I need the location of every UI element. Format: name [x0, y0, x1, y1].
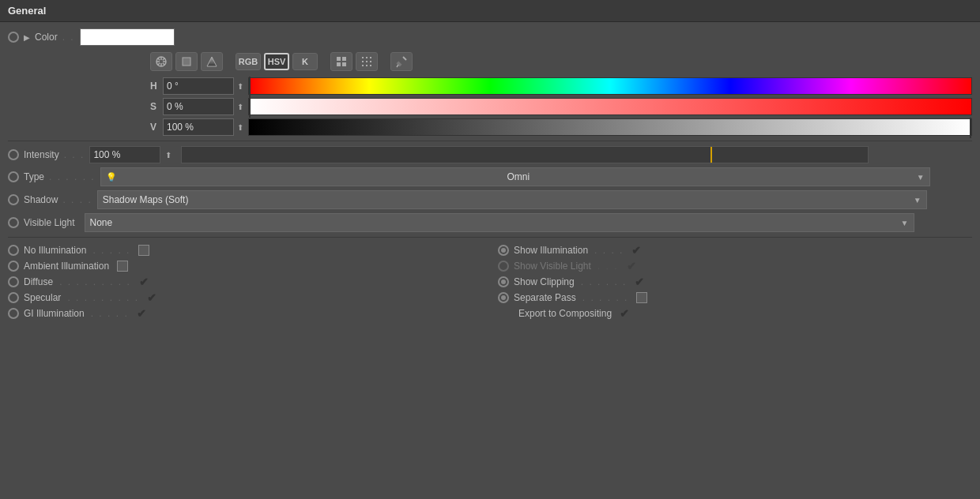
separate-pass-radio[interactable]: [498, 292, 509, 303]
show-illumination-check[interactable]: ✔: [631, 244, 641, 257]
export-compositing-label: Export to Compositing: [518, 308, 612, 319]
show-visible-light-check[interactable]: ✔: [627, 260, 636, 272]
svg-marker-10: [207, 57, 217, 66]
type-dropdown[interactable]: 💡 Omni ▼: [100, 167, 930, 186]
shadow-dropdown-arrow: ▼: [914, 196, 922, 204]
hsv-btn[interactable]: HSV: [264, 53, 289, 70]
svg-line-24: [403, 57, 406, 60]
type-dropdown-value: Omni: [507, 171, 530, 182]
svg-rect-21: [362, 65, 364, 66]
svg-rect-15: [362, 57, 364, 58]
val-cursor: [970, 118, 971, 138]
panel-title: General: [0, 0, 980, 22]
wheel-icon-btn[interactable]: [150, 52, 172, 71]
hue-cursor: [249, 77, 251, 97]
export-compositing-check[interactable]: ✔: [620, 307, 629, 320]
show-clipping-check[interactable]: ✔: [635, 276, 644, 288]
sat-cursor: [249, 97, 251, 118]
ambient-illumination-check[interactable]: [117, 261, 128, 272]
v-arrow[interactable]: ⬆: [237, 123, 248, 132]
separate-pass-check[interactable]: [636, 292, 647, 303]
icon-toolbar: RGB HSV K: [150, 52, 972, 71]
square-icon-btn[interactable]: [175, 52, 198, 71]
type-radio[interactable]: [8, 171, 19, 182]
diffuse-row: Diffuse . . . . . . . . . ✔: [8, 276, 482, 288]
show-illumination-label: Show Illumination: [514, 245, 588, 256]
svg-line-6: [163, 63, 165, 66]
visible-light-dropdown-arrow: ▼: [901, 219, 909, 227]
show-visible-light-radio[interactable]: [498, 261, 509, 272]
svg-line-26: [397, 65, 398, 67]
shadow-dropdown[interactable]: Shadow Maps (Soft) ▼: [97, 190, 927, 209]
v-label: V: [150, 122, 163, 133]
grid-icon-btn[interactable]: [330, 52, 352, 71]
diffuse-dots: . . . . . . . . .: [59, 276, 131, 287]
svg-line-7: [163, 58, 165, 61]
gradient-icon-btn[interactable]: [201, 52, 223, 71]
svg-rect-22: [366, 65, 368, 66]
specular-radio[interactable]: [8, 292, 19, 303]
svg-rect-16: [366, 57, 368, 58]
separate-pass-dots: . . . . . .: [582, 292, 629, 303]
intensity-input[interactable]: [89, 146, 160, 163]
svg-rect-9: [183, 58, 190, 66]
type-dropdown-icon: 💡: [106, 172, 117, 182]
diffuse-radio[interactable]: [8, 276, 19, 287]
show-clipping-label: Show Clipping: [514, 276, 575, 287]
color-radio[interactable]: [8, 32, 19, 43]
show-clipping-dots: . . . . . .: [581, 276, 628, 287]
color-expand-btn[interactable]: ▶: [24, 33, 30, 42]
s-input[interactable]: [163, 98, 234, 115]
sat-gradient[interactable]: [248, 98, 972, 115]
s-arrow[interactable]: ⬆: [237, 103, 248, 111]
rgb-btn[interactable]: RGB: [236, 53, 261, 70]
show-clipping-row: Show Clipping . . . . . . ✔: [498, 276, 972, 288]
no-illumination-label: No Illumination: [24, 245, 86, 256]
no-illumination-dots: . . . . .: [92, 245, 130, 256]
svg-rect-18: [362, 61, 364, 62]
h-arrow[interactable]: ⬆: [237, 82, 248, 91]
specular-dots: . . . . . . . . .: [67, 292, 139, 303]
shadow-dots: . . . .: [62, 194, 92, 205]
show-illumination-radio[interactable]: [498, 245, 509, 256]
gi-illumination-check[interactable]: ✔: [137, 307, 146, 320]
no-illumination-row: No Illumination . . . . .: [8, 244, 482, 257]
gi-illumination-radio[interactable]: [8, 308, 19, 319]
eyedropper-icon-btn[interactable]: [390, 52, 413, 71]
val-gradient[interactable]: [248, 118, 972, 136]
shadow-row: Shadow . . . . Shadow Maps (Soft) ▼: [8, 190, 972, 209]
no-illumination-check[interactable]: [138, 245, 149, 256]
specular-check[interactable]: ✔: [147, 291, 156, 304]
visible-light-value: None: [90, 217, 113, 228]
dots-icon-btn[interactable]: [356, 52, 378, 71]
color-label: Color: [35, 32, 58, 43]
v-input[interactable]: [163, 118, 234, 136]
shadow-label: Shadow: [24, 194, 58, 205]
ambient-illumination-radio[interactable]: [8, 261, 19, 272]
hue-gradient[interactable]: [248, 77, 972, 95]
show-visible-light-row: Show Visible Light . . . ✔: [498, 260, 972, 272]
k-btn[interactable]: K: [292, 53, 318, 70]
visible-light-row: Visible Light None ▼: [8, 213, 972, 232]
divider-1: [8, 141, 972, 141]
intensity-bar[interactable]: [181, 146, 869, 163]
export-compositing-row: Export to Compositing ✔: [498, 307, 972, 320]
svg-rect-23: [370, 65, 371, 66]
intensity-radio[interactable]: [8, 149, 19, 160]
diffuse-check[interactable]: ✔: [139, 276, 149, 288]
show-clipping-radio[interactable]: [498, 276, 509, 287]
panel: General ▶ Color . .: [0, 0, 980, 499]
intensity-arrow[interactable]: ⬆: [165, 151, 176, 159]
color-preview-swatch[interactable]: [80, 28, 175, 46]
separate-pass-label: Separate Pass: [514, 292, 576, 303]
visible-light-radio[interactable]: [8, 217, 19, 228]
svg-rect-12: [342, 57, 346, 61]
visible-light-dropdown[interactable]: None ▼: [85, 213, 914, 232]
svg-rect-13: [337, 62, 341, 66]
shadow-radio[interactable]: [8, 194, 19, 205]
h-input[interactable]: [163, 77, 234, 95]
no-illumination-radio[interactable]: [8, 245, 19, 256]
gi-illumination-label: GI Illumination: [24, 308, 85, 319]
show-visible-light-dots: . . .: [597, 261, 619, 272]
h-label: H: [150, 81, 163, 92]
